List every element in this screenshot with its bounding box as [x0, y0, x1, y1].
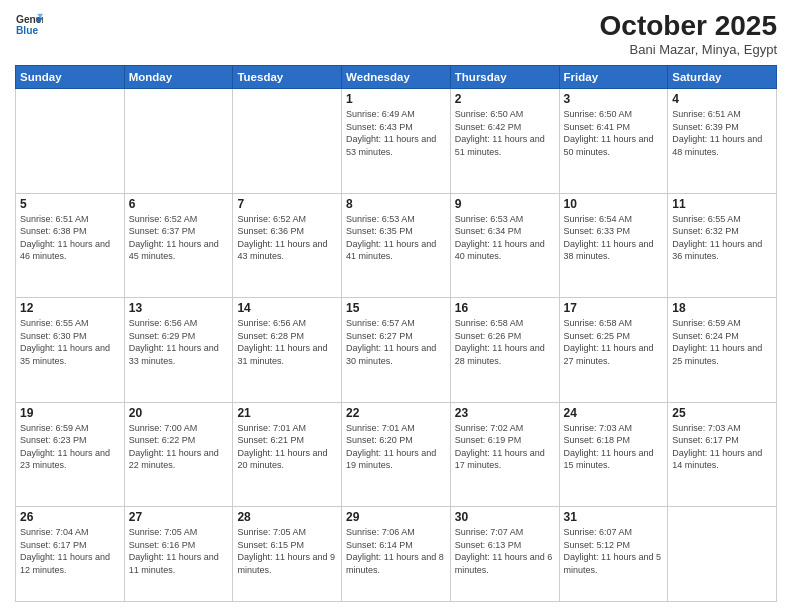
weekday-header-sunday: Sunday	[16, 66, 125, 89]
day-number: 5	[20, 197, 120, 211]
day-number: 3	[564, 92, 664, 106]
day-number: 2	[455, 92, 555, 106]
day-number: 31	[564, 510, 664, 524]
day-number: 25	[672, 406, 772, 420]
calendar-cell: 31Sunrise: 6:07 AM Sunset: 5:12 PM Dayli…	[559, 507, 668, 602]
day-number: 20	[129, 406, 229, 420]
day-number: 15	[346, 301, 446, 315]
day-info: Sunrise: 6:53 AM Sunset: 6:35 PM Dayligh…	[346, 213, 446, 263]
day-number: 30	[455, 510, 555, 524]
day-number: 27	[129, 510, 229, 524]
day-info: Sunrise: 7:02 AM Sunset: 6:19 PM Dayligh…	[455, 422, 555, 472]
day-info: Sunrise: 6:49 AM Sunset: 6:43 PM Dayligh…	[346, 108, 446, 158]
weekday-header-row: SundayMondayTuesdayWednesdayThursdayFrid…	[16, 66, 777, 89]
day-number: 16	[455, 301, 555, 315]
day-info: Sunrise: 7:00 AM Sunset: 6:22 PM Dayligh…	[129, 422, 229, 472]
day-number: 24	[564, 406, 664, 420]
calendar-week-row: 26Sunrise: 7:04 AM Sunset: 6:17 PM Dayli…	[16, 507, 777, 602]
weekday-header-thursday: Thursday	[450, 66, 559, 89]
calendar-cell: 24Sunrise: 7:03 AM Sunset: 6:18 PM Dayli…	[559, 402, 668, 507]
calendar-cell: 11Sunrise: 6:55 AM Sunset: 6:32 PM Dayli…	[668, 193, 777, 298]
day-number: 19	[20, 406, 120, 420]
calendar-cell: 15Sunrise: 6:57 AM Sunset: 6:27 PM Dayli…	[342, 298, 451, 403]
svg-text:Blue: Blue	[16, 25, 39, 36]
calendar-cell: 13Sunrise: 6:56 AM Sunset: 6:29 PM Dayli…	[124, 298, 233, 403]
day-info: Sunrise: 7:03 AM Sunset: 6:17 PM Dayligh…	[672, 422, 772, 472]
day-info: Sunrise: 6:57 AM Sunset: 6:27 PM Dayligh…	[346, 317, 446, 367]
weekday-header-tuesday: Tuesday	[233, 66, 342, 89]
day-info: Sunrise: 7:06 AM Sunset: 6:14 PM Dayligh…	[346, 526, 446, 576]
day-number: 29	[346, 510, 446, 524]
day-info: Sunrise: 6:56 AM Sunset: 6:29 PM Dayligh…	[129, 317, 229, 367]
page: General Blue October 2025 Bani Mazar, Mi…	[0, 0, 792, 612]
day-info: Sunrise: 6:55 AM Sunset: 6:32 PM Dayligh…	[672, 213, 772, 263]
weekday-header-saturday: Saturday	[668, 66, 777, 89]
day-info: Sunrise: 6:07 AM Sunset: 5:12 PM Dayligh…	[564, 526, 664, 576]
calendar-cell: 29Sunrise: 7:06 AM Sunset: 6:14 PM Dayli…	[342, 507, 451, 602]
day-info: Sunrise: 6:56 AM Sunset: 6:28 PM Dayligh…	[237, 317, 337, 367]
calendar-cell: 19Sunrise: 6:59 AM Sunset: 6:23 PM Dayli…	[16, 402, 125, 507]
day-info: Sunrise: 6:58 AM Sunset: 6:26 PM Dayligh…	[455, 317, 555, 367]
day-info: Sunrise: 6:54 AM Sunset: 6:33 PM Dayligh…	[564, 213, 664, 263]
calendar-cell: 4Sunrise: 6:51 AM Sunset: 6:39 PM Daylig…	[668, 89, 777, 194]
calendar-week-row: 1Sunrise: 6:49 AM Sunset: 6:43 PM Daylig…	[16, 89, 777, 194]
calendar-cell: 23Sunrise: 7:02 AM Sunset: 6:19 PM Dayli…	[450, 402, 559, 507]
logo-icon: General Blue	[15, 10, 43, 38]
day-info: Sunrise: 7:03 AM Sunset: 6:18 PM Dayligh…	[564, 422, 664, 472]
day-number: 9	[455, 197, 555, 211]
day-info: Sunrise: 6:51 AM Sunset: 6:38 PM Dayligh…	[20, 213, 120, 263]
day-number: 21	[237, 406, 337, 420]
day-info: Sunrise: 7:07 AM Sunset: 6:13 PM Dayligh…	[455, 526, 555, 576]
day-info: Sunrise: 7:01 AM Sunset: 6:21 PM Dayligh…	[237, 422, 337, 472]
calendar-cell: 28Sunrise: 7:05 AM Sunset: 6:15 PM Dayli…	[233, 507, 342, 602]
calendar-cell: 30Sunrise: 7:07 AM Sunset: 6:13 PM Dayli…	[450, 507, 559, 602]
logo: General Blue	[15, 10, 43, 38]
day-number: 18	[672, 301, 772, 315]
calendar-cell: 14Sunrise: 6:56 AM Sunset: 6:28 PM Dayli…	[233, 298, 342, 403]
day-info: Sunrise: 7:05 AM Sunset: 6:15 PM Dayligh…	[237, 526, 337, 576]
calendar-cell: 1Sunrise: 6:49 AM Sunset: 6:43 PM Daylig…	[342, 89, 451, 194]
day-info: Sunrise: 6:51 AM Sunset: 6:39 PM Dayligh…	[672, 108, 772, 158]
day-info: Sunrise: 6:50 AM Sunset: 6:41 PM Dayligh…	[564, 108, 664, 158]
calendar-cell: 17Sunrise: 6:58 AM Sunset: 6:25 PM Dayli…	[559, 298, 668, 403]
day-number: 13	[129, 301, 229, 315]
day-info: Sunrise: 6:59 AM Sunset: 6:24 PM Dayligh…	[672, 317, 772, 367]
weekday-header-friday: Friday	[559, 66, 668, 89]
calendar-cell: 9Sunrise: 6:53 AM Sunset: 6:34 PM Daylig…	[450, 193, 559, 298]
day-info: Sunrise: 6:50 AM Sunset: 6:42 PM Dayligh…	[455, 108, 555, 158]
calendar-week-row: 19Sunrise: 6:59 AM Sunset: 6:23 PM Dayli…	[16, 402, 777, 507]
calendar-cell: 27Sunrise: 7:05 AM Sunset: 6:16 PM Dayli…	[124, 507, 233, 602]
calendar-table: SundayMondayTuesdayWednesdayThursdayFrid…	[15, 65, 777, 602]
day-info: Sunrise: 6:53 AM Sunset: 6:34 PM Dayligh…	[455, 213, 555, 263]
day-info: Sunrise: 6:52 AM Sunset: 6:37 PM Dayligh…	[129, 213, 229, 263]
calendar-cell: 20Sunrise: 7:00 AM Sunset: 6:22 PM Dayli…	[124, 402, 233, 507]
weekday-header-monday: Monday	[124, 66, 233, 89]
day-number: 11	[672, 197, 772, 211]
day-number: 8	[346, 197, 446, 211]
calendar-cell: 6Sunrise: 6:52 AM Sunset: 6:37 PM Daylig…	[124, 193, 233, 298]
day-number: 17	[564, 301, 664, 315]
calendar-cell: 25Sunrise: 7:03 AM Sunset: 6:17 PM Dayli…	[668, 402, 777, 507]
day-number: 12	[20, 301, 120, 315]
day-info: Sunrise: 7:01 AM Sunset: 6:20 PM Dayligh…	[346, 422, 446, 472]
calendar-cell: 12Sunrise: 6:55 AM Sunset: 6:30 PM Dayli…	[16, 298, 125, 403]
day-number: 23	[455, 406, 555, 420]
calendar-cell: 18Sunrise: 6:59 AM Sunset: 6:24 PM Dayli…	[668, 298, 777, 403]
calendar-cell: 7Sunrise: 6:52 AM Sunset: 6:36 PM Daylig…	[233, 193, 342, 298]
calendar-cell: 5Sunrise: 6:51 AM Sunset: 6:38 PM Daylig…	[16, 193, 125, 298]
calendar-cell	[16, 89, 125, 194]
day-info: Sunrise: 6:58 AM Sunset: 6:25 PM Dayligh…	[564, 317, 664, 367]
calendar-cell: 8Sunrise: 6:53 AM Sunset: 6:35 PM Daylig…	[342, 193, 451, 298]
day-number: 7	[237, 197, 337, 211]
weekday-header-wednesday: Wednesday	[342, 66, 451, 89]
calendar-cell	[668, 507, 777, 602]
calendar-cell: 26Sunrise: 7:04 AM Sunset: 6:17 PM Dayli…	[16, 507, 125, 602]
day-info: Sunrise: 6:52 AM Sunset: 6:36 PM Dayligh…	[237, 213, 337, 263]
calendar-cell: 16Sunrise: 6:58 AM Sunset: 6:26 PM Dayli…	[450, 298, 559, 403]
calendar-cell	[124, 89, 233, 194]
day-number: 4	[672, 92, 772, 106]
calendar-cell	[233, 89, 342, 194]
calendar-week-row: 12Sunrise: 6:55 AM Sunset: 6:30 PM Dayli…	[16, 298, 777, 403]
subtitle: Bani Mazar, Minya, Egypt	[600, 42, 777, 57]
calendar-cell: 22Sunrise: 7:01 AM Sunset: 6:20 PM Dayli…	[342, 402, 451, 507]
